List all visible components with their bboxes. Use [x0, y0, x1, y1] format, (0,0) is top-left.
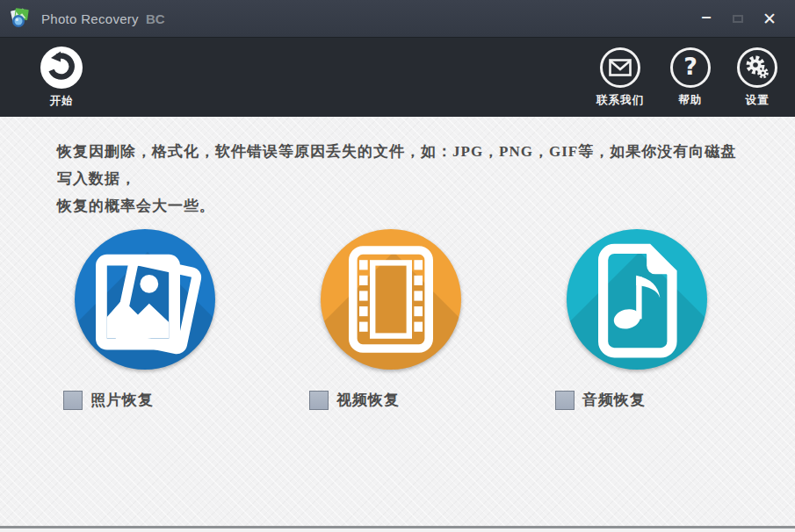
description-line1: 恢复因删除，格式化，软件错误等原因丢失的文件，如：JPG，PNG，GIF等，如果… — [57, 138, 742, 192]
mode-photo: 照片恢复 — [63, 229, 283, 410]
film-glyph — [321, 229, 461, 370]
envelope-icon — [600, 47, 640, 88]
audio-recovery-option[interactable]: 音频恢复 — [555, 390, 775, 410]
mode-audio: 音频恢复 — [555, 229, 775, 410]
contact-us-button[interactable]: 联系我们 — [596, 47, 644, 108]
music-file-glyph — [567, 229, 707, 370]
maximize-button[interactable] — [728, 8, 748, 31]
video-recovery-icon[interactable] — [321, 229, 461, 370]
settings-label: 设置 — [746, 93, 770, 108]
window-title: Photo Recovery — [41, 11, 139, 26]
question-mark-icon: ? — [670, 47, 711, 88]
photo-recovery-label: 照片恢复 — [90, 390, 154, 410]
video-recovery-option[interactable]: 视频恢复 — [309, 390, 529, 410]
titlebar: Photo Recovery BC – ✕ — [0, 0, 795, 38]
start-scan-icon — [40, 47, 83, 89]
close-button[interactable]: ✕ — [760, 8, 779, 31]
contact-us-label: 联系我们 — [596, 93, 644, 108]
audio-recovery-label: 音频恢复 — [582, 390, 646, 410]
photo-recovery-option[interactable]: 照片恢复 — [63, 390, 283, 410]
help-label: 帮助 — [679, 93, 703, 108]
video-recovery-checkbox[interactable] — [309, 391, 329, 410]
window-controls: – ✕ — [697, 0, 779, 38]
minimize-button[interactable]: – — [697, 8, 716, 31]
description-text: 恢复因删除，格式化，软件错误等原因丢失的文件，如：JPG，PNG，GIF等，如果… — [0, 117, 795, 219]
start-button-label: 开始 — [50, 94, 74, 109]
photo-glyph — [75, 229, 215, 370]
window-bottom-edge — [0, 526, 795, 528]
toolbar-right-group: 联系我们 ? 帮助 — [596, 38, 777, 117]
maximize-icon — [733, 15, 743, 23]
app-window: Photo Recovery BC – ✕ 开始 — [0, 0, 795, 532]
mode-video: 视频恢复 — [309, 229, 529, 410]
video-recovery-label: 视频恢复 — [336, 390, 400, 410]
settings-button[interactable]: 设置 — [737, 47, 777, 108]
photo-recovery-checkbox[interactable] — [63, 391, 83, 410]
start-button[interactable]: 开始 — [40, 47, 83, 109]
toolbar: 开始 联系我们 ? 帮助 — [0, 38, 795, 117]
app-logo-icon — [9, 7, 33, 30]
gear-icon — [737, 47, 777, 88]
photo-recovery-icon[interactable] — [75, 229, 215, 370]
audio-recovery-checkbox[interactable] — [555, 391, 575, 410]
audio-recovery-icon[interactable] — [567, 229, 707, 370]
window-title-edition: BC — [146, 11, 165, 26]
description-line2: 恢复的概率会大一些。 — [57, 192, 742, 219]
main-content: 恢复因删除，格式化，软件错误等原因丢失的文件，如：JPG，PNG，GIF等，如果… — [0, 117, 795, 528]
help-button[interactable]: ? 帮助 — [670, 47, 711, 108]
